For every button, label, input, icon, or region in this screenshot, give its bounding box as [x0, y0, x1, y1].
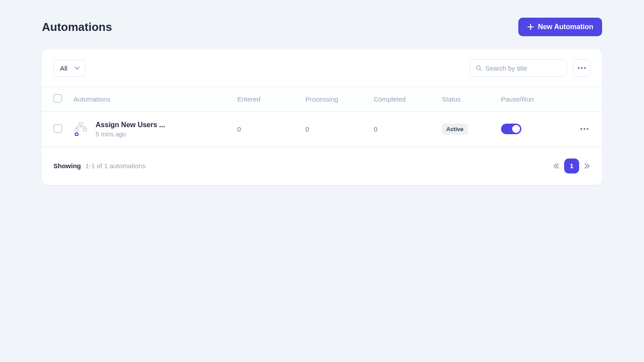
automation-title[interactable]: Assign New Users ...	[96, 121, 165, 130]
showing-detail: 1-1 of 1 automations	[85, 162, 146, 170]
search-icon	[476, 64, 482, 72]
more-icon	[580, 128, 588, 130]
toolbar-more-button[interactable]	[573, 59, 591, 77]
col-header-completed: Completed	[368, 87, 437, 112]
col-header-entered: Entered	[232, 87, 300, 112]
page-first-button[interactable]	[553, 162, 560, 170]
col-header-status: Status	[437, 87, 496, 112]
row-checkbox[interactable]	[53, 124, 62, 133]
select-all-checkbox[interactable]	[53, 94, 62, 103]
chevrons-right-icon	[584, 162, 591, 170]
svg-rect-3	[75, 128, 79, 131]
new-automation-label: New Automation	[538, 23, 593, 31]
col-header-automations: Automations	[68, 87, 232, 112]
processing-value: 0	[300, 112, 369, 147]
chevron-down-icon	[75, 64, 79, 69]
status-badge: Active	[442, 124, 468, 135]
new-automation-button[interactable]: New Automation	[518, 18, 602, 36]
showing-label: Showing	[53, 162, 81, 170]
search-input[interactable]	[485, 64, 561, 72]
filter-label: All	[60, 64, 67, 72]
page-title: Automations	[42, 20, 112, 34]
automations-card: All	[42, 49, 602, 185]
automation-time: 5 mins ago	[96, 131, 165, 138]
row-more-button[interactable]	[578, 128, 591, 130]
workflow-icon	[74, 122, 88, 136]
pause-run-toggle[interactable]	[501, 124, 521, 134]
col-header-processing: Processing	[300, 87, 369, 112]
showing-summary: Showing 1-1 of 1 automations	[53, 162, 146, 170]
automations-table: Automations Entered Processing Completed…	[42, 87, 602, 147]
more-icon	[578, 67, 586, 69]
page-last-button[interactable]	[584, 162, 591, 170]
search-field[interactable]	[470, 59, 567, 77]
svg-line-1	[480, 69, 481, 71]
entered-value: 0	[232, 112, 300, 147]
table-row: Assign New Users ... 5 mins ago 0 0 0 Ac…	[42, 112, 602, 147]
plus-icon	[527, 23, 534, 30]
completed-value: 0	[368, 112, 437, 147]
page-number-current[interactable]: 1	[564, 158, 579, 173]
svg-rect-4	[83, 128, 86, 131]
svg-point-0	[476, 66, 480, 70]
pagination: 1	[553, 158, 591, 173]
filter-dropdown[interactable]: All	[53, 60, 86, 77]
svg-point-5	[75, 133, 78, 136]
svg-rect-2	[79, 123, 82, 125]
chevrons-left-icon	[553, 162, 560, 170]
col-header-pause-run: Pause/Run	[496, 87, 573, 112]
